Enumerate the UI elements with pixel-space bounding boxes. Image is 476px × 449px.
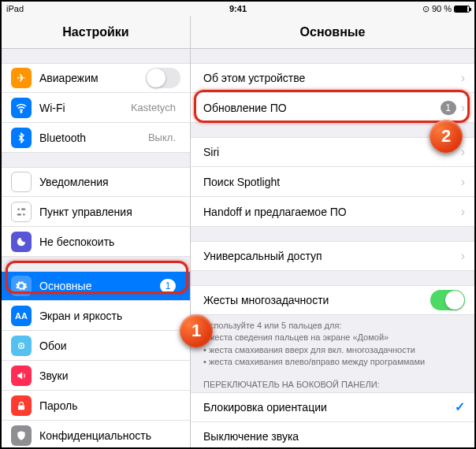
privacy-icon xyxy=(11,425,32,446)
check-icon: ✓ xyxy=(455,399,465,414)
multitasking-toggle[interactable] xyxy=(430,290,465,310)
display-icon: AA xyxy=(11,306,32,326)
detail-row-mute[interactable]: Выключение звука xyxy=(191,422,474,447)
sidebar-title: Настройки xyxy=(2,16,191,48)
status-right: ⊙ 90 % xyxy=(391,4,470,14)
chevron-right-icon: › xyxy=(461,205,465,219)
lock-icon xyxy=(11,395,32,416)
airplane-toggle[interactable] xyxy=(146,68,180,88)
sidebar-item-label: Основные xyxy=(39,280,160,292)
detail-row-multitasking-gestures[interactable]: Жесты многозадачности xyxy=(191,285,474,315)
wifi-icon xyxy=(11,98,32,118)
multitasking-hint: Используйте 4 или 5 пальцев для: • жеста… xyxy=(191,315,474,370)
svg-point-1 xyxy=(17,208,20,210)
control-center-icon xyxy=(11,202,32,222)
detail-row-software-update[interactable]: Обновление ПО 1 › xyxy=(191,93,474,123)
status-bar: iPad 9:41 ⊙ 90 % xyxy=(2,2,474,16)
wallpaper-icon xyxy=(11,336,32,356)
moon-icon xyxy=(11,232,32,252)
row-label: Поиск Spotlight xyxy=(203,176,461,188)
titlebar: Настройки Основные xyxy=(2,16,474,49)
sidebar-item-sounds[interactable]: Звуки xyxy=(2,361,190,391)
notifications-icon: ◉ xyxy=(11,172,32,192)
bluetooth-value: Выкл. xyxy=(148,132,176,143)
sidebar-item-label: Bluetooth xyxy=(39,132,148,144)
battery-icon xyxy=(454,6,470,13)
sidebar-item-notifications[interactable]: ◉ Уведомления xyxy=(2,167,190,197)
chevron-right-icon: › xyxy=(461,145,465,159)
row-label: Жесты многозадачности xyxy=(203,294,430,306)
sidebar-item-label: Обои xyxy=(39,340,180,352)
svg-rect-7 xyxy=(18,405,24,410)
sidebar-item-wallpaper[interactable]: Обои xyxy=(2,331,190,361)
sounds-icon xyxy=(11,366,32,386)
sidebar-item-label: Конфиденциальность xyxy=(39,429,180,442)
sidebar-item-airplane[interactable]: ✈ Авиарежим xyxy=(2,63,190,93)
detail-row-handoff[interactable]: Handoff и предлагаемое ПО › xyxy=(191,197,474,227)
software-update-badge: 1 xyxy=(441,101,456,115)
svg-rect-2 xyxy=(21,208,25,210)
row-label: Обновление ПО xyxy=(203,102,441,114)
sidebar-item-label: Wi-Fi xyxy=(39,102,131,114)
detail-row-lock-rotation[interactable]: Блокировка ориентации ✓ xyxy=(191,392,474,422)
sidebar-item-label: Уведомления xyxy=(39,176,180,188)
airplane-icon: ✈ xyxy=(11,68,32,88)
sidebar-item-label: Пункт управления xyxy=(39,206,180,218)
svg-point-3 xyxy=(23,213,25,216)
chevron-right-icon: › xyxy=(461,175,465,189)
sidebar-item-general[interactable]: Основные 1 xyxy=(2,271,190,301)
sidebar-item-display[interactable]: AA Экран и яркость xyxy=(2,301,190,331)
row-label: Об этом устройстве xyxy=(203,72,461,84)
sidebar-item-passcode[interactable]: Пароль xyxy=(2,391,190,421)
status-device: iPad xyxy=(6,4,85,13)
status-time: 9:41 xyxy=(85,4,391,13)
detail-row-accessibility[interactable]: Универсальный доступ › xyxy=(191,241,474,271)
svg-point-0 xyxy=(20,111,21,112)
gear-icon xyxy=(11,276,32,296)
sidebar-item-label: Экран и яркость xyxy=(39,310,180,322)
bluetooth-icon xyxy=(11,128,32,148)
row-label: Siri xyxy=(203,146,461,158)
sidebar-item-wifi[interactable]: Wi-Fi Kastetych xyxy=(2,93,190,123)
detail-title: Основные xyxy=(191,16,474,48)
svg-rect-4 xyxy=(17,213,21,216)
sidebar-item-label: Авиарежим xyxy=(39,72,146,84)
general-badge: 1 xyxy=(160,279,176,293)
device-frame: iPad 9:41 ⊙ 90 % Настройки Основные ✈ Ав… xyxy=(2,2,474,447)
sidebar-item-label: Пароль xyxy=(39,399,180,412)
row-label: Выключение звука xyxy=(203,430,465,443)
sidebar-item-dnd[interactable]: Не беспокоить xyxy=(2,227,190,257)
row-label: Универсальный доступ xyxy=(203,250,461,262)
detail-row-about[interactable]: Об этом устройстве › xyxy=(191,63,474,93)
detail-pane: Об этом устройстве › Обновление ПО 1 › S… xyxy=(191,49,474,447)
sidebar-item-privacy[interactable]: Конфиденциальность xyxy=(2,421,190,447)
sidebar-item-bluetooth[interactable]: Bluetooth Выкл. xyxy=(2,123,190,153)
sidebar-item-control-center[interactable]: Пункт управления xyxy=(2,197,190,227)
charging-icon: ⊙ xyxy=(422,4,430,14)
row-label: Handoff и предлагаемое ПО xyxy=(203,206,461,218)
sidebar-item-label: Не беспокоить xyxy=(39,236,180,248)
sidebar-item-label: Звуки xyxy=(39,369,180,382)
row-label: Блокировка ориентации xyxy=(203,401,455,414)
chevron-right-icon: › xyxy=(461,101,465,115)
chevron-right-icon: › xyxy=(461,249,465,263)
detail-row-siri[interactable]: Siri › xyxy=(191,137,474,167)
settings-sidebar: ✈ Авиарежим Wi-Fi Kastetych Bluetooth xyxy=(2,49,191,447)
battery-percent: 90 % xyxy=(432,4,452,13)
svg-point-6 xyxy=(20,344,23,347)
chevron-right-icon: › xyxy=(461,71,465,85)
wifi-value: Kastetych xyxy=(131,102,176,113)
detail-row-spotlight[interactable]: Поиск Spotlight › xyxy=(191,167,474,197)
side-switch-header: ПЕРЕКЛЮЧАТЕЛЬ НА БОКОВОЙ ПАНЕЛИ: xyxy=(191,370,474,392)
